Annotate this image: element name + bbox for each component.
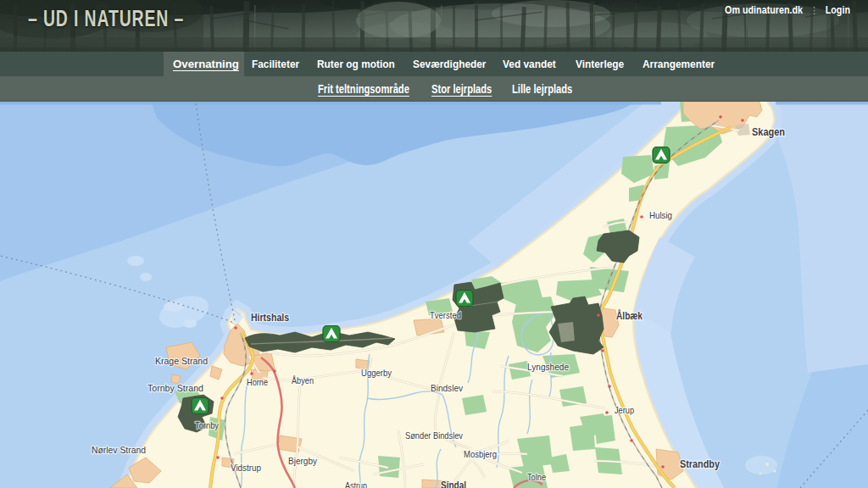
svg-text:Tversted: Tversted — [430, 310, 461, 320]
svg-text:Jerup: Jerup — [615, 405, 634, 415]
svg-text:Tolne: Tolne — [527, 472, 546, 482]
svg-text:Strandby: Strandby — [680, 458, 721, 470]
svg-text:Lyngshede: Lyngshede — [527, 362, 569, 372]
svg-text:Uggerby: Uggerby — [361, 368, 392, 378]
svg-text:Bindslev: Bindslev — [431, 383, 463, 393]
svg-text:Ålbæk: Ålbæk — [616, 309, 643, 322]
svg-text:Sindal: Sindal — [441, 479, 466, 488]
svg-text:Mosbjerg: Mosbjerg — [464, 449, 497, 459]
svg-text:Krage Strand: Krage Strand — [155, 356, 208, 366]
svg-text:Vidstrup: Vidstrup — [231, 463, 261, 473]
svg-text:Skagen: Skagen — [752, 125, 785, 138]
svg-text:Tornby Strand: Tornby Strand — [147, 383, 203, 393]
svg-text:Sønder Bindslev: Sønder Bindslev — [405, 430, 463, 441]
svg-text:Horne: Horne — [247, 377, 268, 387]
svg-text:Åbyen: Åbyen — [292, 375, 314, 385]
svg-text:Tornby: Tornby — [195, 420, 219, 430]
svg-text:Hulsig: Hulsig — [649, 210, 672, 220]
svg-text:Astrup: Astrup — [345, 480, 367, 488]
svg-text:Nørlev Strand: Nørlev Strand — [92, 445, 146, 455]
svg-text:Hirtshals: Hirtshals — [251, 312, 289, 324]
svg-text:Bjergby: Bjergby — [288, 456, 317, 466]
